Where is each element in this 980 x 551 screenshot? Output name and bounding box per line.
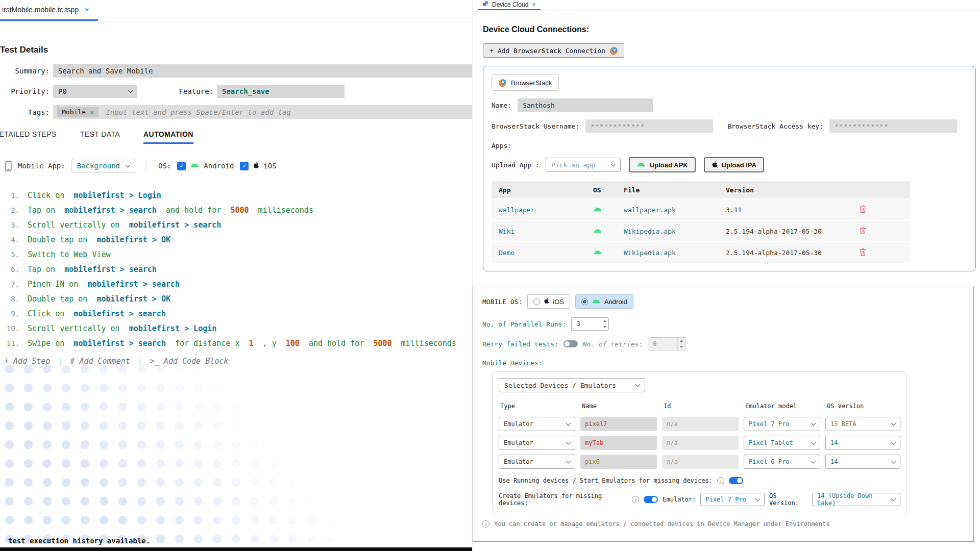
info-icon[interactable] (632, 496, 639, 503)
test-step[interactable]: 6.Tap on mobilefirst > search (0, 262, 472, 277)
close-icon[interactable] (532, 1, 535, 8)
test-step[interactable]: 2.Tap on mobilefirst > search and hold f… (0, 203, 472, 217)
test-step[interactable]: 11.Swipe on mobilefirst > search for dis… (0, 336, 472, 350)
step-action: and hold for (157, 206, 231, 215)
connection-name-input[interactable]: Santhosh (518, 98, 653, 112)
apps-table: AppOSFileVersion wallpaperwallpaper.apk3… (492, 181, 910, 263)
close-icon[interactable] (85, 6, 89, 14)
app-file-link[interactable]: wallpaper.apk (617, 206, 719, 214)
upload-apk-button[interactable]: Upload APK (629, 157, 696, 172)
emulator-model-select[interactable]: Pixel 6 Pro (744, 455, 820, 469)
element-ref: mobilefirst > search (74, 309, 166, 318)
app-name-link[interactable]: Wiki (492, 228, 586, 235)
apps-table-row: wallpaperwallpaper.apk3.11 (492, 198, 910, 220)
test-step[interactable]: 3.Scroll vertically on mobilefirst > sea… (0, 217, 472, 232)
device-name-input[interactable]: pixel7 (580, 417, 657, 431)
dev-col-emulator-model: Emulator model (744, 403, 820, 410)
os-version-select[interactable]: 14 (825, 436, 900, 450)
devices-filter-select[interactable]: Selected Devices / Emulators (499, 378, 645, 392)
tab-test-data[interactable]: TEST DATA (80, 130, 120, 144)
element-ref: mobilefirst > search (64, 206, 157, 215)
device-manager-info: You can create or manage emulators / con… (482, 520, 964, 528)
emulator-model-select[interactable]: Pixel 7 Pro (744, 417, 820, 431)
info-icon[interactable] (717, 477, 724, 484)
action-add-comment[interactable]: # Add Comment (50, 357, 130, 366)
chevron-down-icon (891, 459, 896, 464)
tab-automation[interactable]: AUTOMATION (143, 130, 193, 144)
os-version-value: 14 (830, 458, 838, 465)
upload-ipa-button[interactable]: Upload IPA (704, 157, 764, 172)
tab-device-cloud[interactable]: Device Cloud (478, 0, 541, 10)
parallel-runs-input[interactable]: 3 (571, 317, 609, 331)
test-step[interactable]: 4.Double tap on mobilefirst > OK (0, 232, 472, 247)
delete-app-icon[interactable] (860, 229, 866, 236)
mobile-device-icon (5, 161, 12, 171)
app-file-link[interactable]: Wikipedia.apk (617, 249, 719, 257)
step-text: Click on mobilefirst > Login (28, 191, 161, 200)
action-add-code-block[interactable]: >_ Add Code Block (130, 357, 229, 366)
test-step[interactable]: 1.Click on mobilefirst > Login (0, 188, 472, 203)
priority-select[interactable]: P0 (53, 85, 137, 98)
app-file-link[interactable]: Wikipedia.apk (617, 228, 719, 235)
browserstack-username-input[interactable]: ************ (585, 119, 713, 133)
emulator-model-select[interactable]: Pixel Tablet (744, 436, 820, 450)
delete-app-icon[interactable] (860, 250, 866, 258)
access-key-label: BrowserStack Access key: (727, 122, 823, 130)
action-add-step[interactable]: + Add Step (4, 357, 50, 366)
ios-radio-option[interactable]: iOS (527, 294, 570, 309)
tab-test-file[interactable]: irstMobile.mobile.tc.tspp (0, 0, 98, 21)
app-name-link[interactable]: Demo (492, 249, 586, 257)
os-version-select[interactable]: 14 (Upside Down Cake) (812, 493, 900, 506)
dev-col-os-version: OS Version (825, 403, 900, 410)
device-type-select[interactable]: Emulator (499, 455, 575, 469)
device-id-input[interactable]: n/a (662, 455, 739, 469)
tab-title: Device Cloud (492, 1, 528, 8)
test-step[interactable]: 9.Click on mobilefirst > search (0, 306, 472, 321)
test-step[interactable]: 8.Double tap on mobilefirst > OK (0, 291, 472, 306)
tag-chip[interactable]: Mobile (57, 107, 99, 117)
step-value: 5000 (230, 206, 249, 215)
chevron-down-icon (566, 440, 571, 445)
create-emulators-toggle[interactable] (644, 496, 658, 503)
summary-input[interactable]: Search and Save Mobile (53, 64, 472, 78)
step-text: Swipe on mobilefirst > search for distan… (28, 339, 456, 348)
remove-tag-icon[interactable] (90, 108, 94, 116)
mobile-app-select[interactable]: Background (71, 159, 135, 173)
os-ios-checkbox[interactable]: iOS (240, 161, 276, 170)
device-name-input[interactable]: myTab (580, 436, 657, 450)
os-version-select[interactable]: 14 (825, 455, 900, 469)
retry-failed-toggle[interactable] (564, 340, 578, 347)
device-id-input[interactable]: n/a (662, 436, 739, 450)
number-stepper-icon[interactable] (601, 318, 608, 330)
browserstack-provider-tab[interactable]: BrowserStack (492, 74, 559, 91)
device-name-input[interactable]: pix6 (580, 455, 657, 469)
os-android-checkbox[interactable]: Android (177, 162, 234, 170)
chevron-down-icon (635, 382, 641, 387)
step-action: for distance x (166, 339, 249, 348)
os-version-select[interactable]: 15 BETA (825, 417, 900, 431)
tab-detailed-steps[interactable]: DETAILED STEPS (0, 130, 57, 144)
feature-input[interactable]: Search_save (217, 85, 345, 98)
number-stepper-icon[interactable] (677, 338, 685, 350)
tags-input[interactable]: Mobile Input text and press Space/Enter … (53, 105, 472, 119)
device-type-select[interactable]: Emulator (499, 436, 575, 450)
android-icon (586, 206, 617, 214)
step-action: Scroll vertically on (28, 220, 129, 230)
test-step[interactable]: 7.Pinch IN on mobilefirst > search (0, 277, 472, 291)
device-type-select[interactable]: Emulator (499, 417, 575, 431)
apple-icon (544, 297, 549, 306)
add-browserstack-connection-button[interactable]: + Add BrowserStack Connection (483, 43, 624, 58)
chevron-down-icon (610, 162, 616, 167)
retries-input[interactable]: 0 (648, 337, 685, 350)
test-step[interactable]: 10.Scroll vertically on mobilefirst > Lo… (0, 321, 472, 336)
test-step[interactable]: 5.Switch to Web View (0, 247, 472, 262)
android-radio-option[interactable]: Android (575, 294, 633, 309)
app-name-link[interactable]: wallpaper (492, 206, 586, 214)
device-id-input[interactable]: n/a (662, 417, 739, 431)
chevron-down-icon (811, 440, 816, 445)
use-running-devices-toggle[interactable] (729, 477, 743, 484)
browserstack-access-key-input[interactable]: ************ (829, 119, 957, 133)
pick-app-select[interactable]: Pick an app (546, 158, 621, 172)
delete-app-icon[interactable] (860, 207, 866, 215)
emulator-model-select[interactable]: Pixel 7 Pro (700, 493, 765, 506)
